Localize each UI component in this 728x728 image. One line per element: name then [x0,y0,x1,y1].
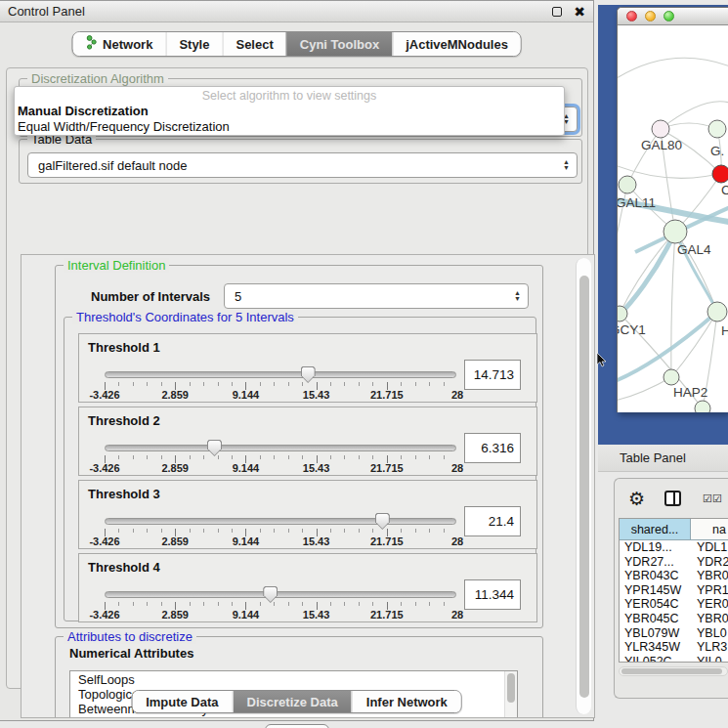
threshold-title: Threshold 2 [88,413,160,428]
table-row[interactable]: YDR27...YDR2 [620,555,728,570]
threshold-value-field[interactable]: 6.316 [464,433,521,463]
float-window-icon[interactable] [552,7,562,17]
slider-thumb[interactable] [263,586,278,603]
tick-label: 2.859 [161,389,189,401]
algorithm-option[interactable]: Manual Discretization [15,103,564,118]
network-node-GAL80[interactable] [652,120,669,138]
network-edge [618,58,728,84]
tab-network[interactable]: Network [72,32,165,56]
slider-thumb[interactable] [375,513,390,530]
tab-jactivemnodules[interactable]: jActiveMNodules [392,32,521,56]
tab-style[interactable]: Style [165,32,222,56]
tab-impute-data[interactable]: Impute Data [132,691,232,712]
network-node-HAP2[interactable] [664,369,679,385]
close-icon[interactable]: ✖ [574,4,585,20]
tick-label: 21.715 [370,462,404,474]
mouse-cursor [596,353,607,372]
table-row[interactable]: YBR045CYBR0 [620,612,728,626]
tab-infer-network[interactable]: Infer Network [352,691,461,712]
threshold-value-field[interactable]: 21.4 [464,506,521,536]
threshold-title: Threshold 1 [88,340,160,355]
tick-label: 2.859 [161,462,189,474]
attributes-scrollbar-thumb[interactable] [507,673,515,703]
table-row[interactable]: YBL079WYBL0 [620,626,728,641]
cell-name: YDR2 [691,555,728,570]
threshold-slider[interactable] [105,518,456,525]
network-node-label[interactable]: GAL11 [618,195,656,210]
table-row[interactable]: YBR043CYBR0 [620,569,728,583]
threshold-value-field[interactable]: 11.344 [464,579,521,610]
gear-icon[interactable]: ⚙ [628,488,645,510]
network-node-H-node[interactable] [707,302,727,321]
bottom-tabbar: Impute DataDiscretize DataInfer Network [131,690,462,713]
cell-shared-name: YBL079W [620,626,691,641]
slider-thumb[interactable] [207,440,222,456]
cell-shared-name: YPR145W [620,583,691,598]
network-node-label[interactable]: GAL4 [677,242,711,257]
network-node-label[interactable]: HAP2 [673,385,707,400]
slider-thumb[interactable] [301,366,316,383]
network-node-node-bottom[interactable] [695,401,710,412]
network-node-label[interactable]: C [721,183,728,197]
threshold-title: Threshold 4 [88,560,160,575]
cell-name: YBR0 [691,569,728,583]
number-of-intervals-combobox[interactable]: 5 ▲▼ [224,283,529,309]
network-node-label[interactable]: GAL80 [641,138,682,152]
network-node-label[interactable]: G. [710,144,724,158]
tab-select[interactable]: Select [222,32,285,56]
table-row[interactable]: YER054CYER0 [620,597,728,612]
column-header-name[interactable]: na [691,519,728,539]
columns-icon[interactable] [664,491,681,506]
tick-label: 28 [451,609,463,621]
table-data-combobox[interactable]: galFiltered.sif default node ▲▼ [27,152,578,178]
tab-cyni-toolbox[interactable]: Cyni Toolbox [286,32,392,56]
cell-shared-name: YBR045C [620,612,691,626]
network-node-label[interactable]: H [721,323,728,338]
desktop-background: Control Panel ✖ NetworkStyleSelectCyni T… [0,0,728,728]
column-header-shared[interactable]: shared... [620,519,691,539]
cell-shared-name: YDR27... [620,555,691,570]
tick-label: 15.43 [303,535,330,547]
network-node-GAL4[interactable] [664,220,687,243]
attributes-scrollbar[interactable] [504,671,517,718]
table-row[interactable]: YIL052CYIL0 [620,655,728,663]
network-window-titlebar [618,8,728,25]
node-table[interactable]: shared... na YDL19...YDL1YDR27...YDR2YBR… [619,518,728,663]
table-row[interactable]: YDL19...YDL1 [620,540,728,555]
tick-label: 21.715 [370,389,404,401]
table-hscroll-thumb[interactable] [621,668,722,674]
tick-label: 15.43 [303,462,330,474]
tab-discretize-data[interactable]: Discretize Data [233,691,352,712]
tick-label: 15.43 [303,609,330,621]
attribute-item[interactable]: SelfLoops [70,671,517,686]
table-toolbar: ⚙ ☑☑ [615,479,728,518]
zoom-traffic-icon[interactable] [664,11,674,21]
network-node-label[interactable]: GCY1 [618,322,646,337]
checkbox-icons[interactable]: ☑☑ [703,492,722,505]
threshold-box: Threshold 3-3.4262.8599.14415.4321.71528… [78,480,537,549]
table-row[interactable]: YLR345WYLR3 [620,640,728,655]
threshold-value-field[interactable]: 14.713 [464,360,521,390]
table-horizontal-scrollbar[interactable] [619,666,728,676]
discretization-algorithm-label: Discretization Algorithm [27,71,168,86]
threshold-slider[interactable] [105,445,456,451]
network-node-red-node[interactable] [712,165,728,183]
close-traffic-icon[interactable] [626,11,637,21]
table-row[interactable]: YPR145WYPR1 [620,583,728,598]
network-canvas[interactable]: GAL80G.CGAL11GAL4GCY1HHAP2 [618,25,728,412]
tick-label: -3.426 [89,462,119,474]
threshold-slider[interactable] [105,591,456,598]
table-panel-titlebar: Table Panel [598,445,728,472]
cell-name: YBR0 [691,612,728,626]
network-node-GAL11[interactable] [619,176,636,193]
apply-button[interactable]: Apply [265,724,329,728]
threshold-slider[interactable] [105,371,456,378]
network-node-node-top-right[interactable] [708,120,726,138]
number-of-intervals-label: Number of Intervals [91,289,210,304]
settings-scrollbar-thumb[interactable] [579,276,589,698]
minimize-traffic-icon[interactable] [645,11,656,21]
tick-label: -3.426 [89,609,119,621]
algorithm-option[interactable]: Equal Width/Frequency Discretization [15,118,564,134]
settings-vertical-scrollbar[interactable] [576,258,591,714]
tick-label: 15.43 [303,389,330,401]
